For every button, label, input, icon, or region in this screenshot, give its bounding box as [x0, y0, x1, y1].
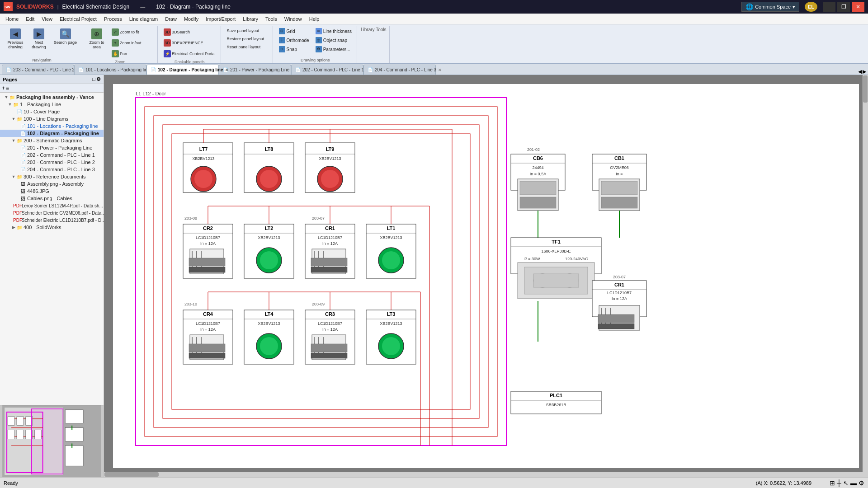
ortho-toggle-icon[interactable]: ┼	[837, 479, 841, 487]
menu-process[interactable]: Process	[100, 15, 126, 23]
tree-d1[interactable]: 🖼 Assembly.png - Assembly	[0, 180, 104, 188]
parameters-button[interactable]: ⚙ Parameters...	[313, 45, 354, 53]
tree-p1[interactable]: ▼ 📁 1 - Packaging Line	[0, 101, 104, 108]
pan-button[interactable]: ✋ Pan	[109, 49, 155, 59]
select-mode-icon[interactable]: ↖	[843, 479, 849, 487]
3dexperience-icon: 3D	[164, 39, 171, 47]
tree-p201[interactable]: 📄 201 - Power - Packaging Line	[0, 144, 104, 151]
close-button[interactable]: ✕	[852, 2, 864, 12]
svg-text:SW: SW	[5, 5, 10, 9]
zoom-in-out-button[interactable]: ± Zoom in/out	[109, 38, 155, 48]
tab-204-icon: 📄	[368, 67, 373, 72]
tree-root[interactable]: ▼ 📁 Packaging line assembly - Vance	[0, 94, 104, 101]
tree-p400[interactable]: ▶ 📁 400 - SolidWorks	[0, 224, 104, 231]
image-icon: 🖼	[20, 181, 26, 187]
snap-button[interactable]: ⊙ Snap	[277, 45, 311, 53]
svg-rect-79	[311, 267, 347, 272]
menu-tools[interactable]: Tools	[262, 15, 281, 23]
svg-text:P = 30W: P = 30W	[524, 257, 540, 261]
tree-d6[interactable]: PDF Schneider Electric LC1D1210B7.pdf - …	[0, 216, 104, 224]
tree-d3[interactable]: 🖼 Cables.png - Cables	[0, 195, 104, 202]
menu-library[interactable]: Library	[239, 15, 262, 23]
tree-p300[interactable]: ▼ 📁 300 - Reference Documents	[0, 173, 104, 180]
tree-p203[interactable]: 📄 203 - Command - PLC - Line 2	[0, 159, 104, 166]
search-page-button[interactable]: 🔍 Search page	[52, 27, 79, 46]
menu-import-export[interactable]: Import/Export	[202, 15, 239, 23]
menu-draw[interactable]: Draw	[161, 15, 180, 23]
minimize-button[interactable]: —	[823, 2, 835, 12]
tab-203[interactable]: 📄 203 - Command - PLC - Line 2 ✕	[2, 65, 74, 75]
view-toggle-icon[interactable]: ▬	[850, 479, 857, 487]
tab-101[interactable]: 📄 101 - Locations - Packaging line ✕	[74, 65, 146, 75]
tab-scroll-right[interactable]: ▶	[863, 69, 866, 75]
tree-p200[interactable]: ▼ 📁 200 - Schematic Diagrams	[0, 137, 104, 144]
tab-202-label: 202 - Command - PLC - Line 1	[302, 67, 364, 72]
svg-text:XB2BV1213: XB2BV1213	[258, 321, 280, 326]
horizontal-scrollbar[interactable]	[104, 472, 863, 477]
user-avatar[interactable]: EL	[805, 2, 817, 12]
3dsearch-button[interactable]: 3D 3DSearch	[161, 27, 218, 37]
save-panel-layout-button[interactable]: Save panel layout	[225, 27, 270, 34]
menu-line-diagram[interactable]: Line diagram	[126, 15, 162, 23]
ribbon-navigation-content: ◀ Previousdrawing ▶ Nextdrawing 🔍 Search…	[5, 27, 79, 57]
reset-panel-layout-button[interactable]: Reset panel layout	[225, 43, 270, 51]
ribbon: ◀ Previousdrawing ▶ Nextdrawing 🔍 Search…	[0, 24, 868, 64]
tree-p204[interactable]: 📄 204 - Command - PLC - Line 3	[0, 166, 104, 173]
add-page-button[interactable]: +	[2, 85, 5, 91]
zoom-area-icon: ⊕	[91, 28, 102, 39]
orthomode-icon: ┼	[279, 37, 285, 43]
object-snap-button[interactable]: ◎ Object snap	[313, 36, 354, 44]
status-bar-controls: ⊞ ┼ ↖ ▬ ⚙	[830, 479, 864, 487]
page-list-icon[interactable]: ≡	[6, 85, 9, 91]
svg-rect-150	[601, 197, 637, 208]
tree-p202[interactable]: 📄 202 - Command - PLC - Line 1	[0, 151, 104, 159]
title-bar: SW SOLIDWORKS | Electrical Schematic Des…	[0, 0, 868, 14]
page-icon: 📄	[20, 166, 26, 173]
tab-204-close[interactable]: ✕	[438, 68, 442, 72]
tree-d4[interactable]: PDF Leroy Somer LS112M-4P.pdf - Data sh.…	[0, 202, 104, 209]
folder-icon: 📁	[16, 174, 23, 180]
menu-help[interactable]: Help	[306, 15, 323, 23]
zoom-to-area-button[interactable]: ⊕ Zoom toarea	[86, 27, 108, 51]
tree-d5[interactable]: PDF Schneider Electric GV2ME06.pdf - Dat…	[0, 209, 104, 216]
svg-text:L1 L12 - Door: L1 L12 - Door	[136, 91, 166, 96]
tab-scroll-left[interactable]: ◀	[858, 69, 862, 75]
menu-view[interactable]: View	[38, 15, 56, 23]
orthomode-button[interactable]: ┼ Orthomode	[277, 36, 311, 44]
menu-home[interactable]: Home	[2, 15, 22, 23]
settings-icon[interactable]: ⚙	[859, 479, 864, 487]
tab-204[interactable]: 📄 204 - Command - PLC - Line 3 ✕	[363, 65, 436, 75]
electrical-content-portal-button[interactable]: ⚡ Electrical Content Portal	[161, 49, 218, 59]
tab-101-icon: 📄	[78, 67, 84, 72]
tab-202[interactable]: 📄 202 - Command - PLC - Line 1 ✕	[291, 65, 363, 75]
tab-102[interactable]: 📄 102 - Diagram - Packaging line ✕	[146, 65, 219, 75]
tab-controls: ◀ ▶	[858, 69, 868, 75]
pages-expand-icon[interactable]: □	[92, 76, 95, 82]
menu-edit[interactable]: Edit	[22, 15, 38, 23]
tab-201[interactable]: 📄 201 - Power - Packaging Line ✕	[219, 65, 291, 75]
vertical-scrollbar[interactable]	[863, 75, 868, 477]
tab-102-close[interactable]: ✕	[225, 68, 229, 72]
tree-p100[interactable]: ▼ 📁 100 - Line Diagrams	[0, 115, 104, 122]
title-bar-left: SW SOLIDWORKS | Electrical Schematic Des…	[4, 2, 231, 12]
restore-panel-layout-button[interactable]: Restore panel layout	[225, 35, 270, 42]
line-thickness-button[interactable]: ═ Line thickness	[313, 27, 354, 35]
canvas-area[interactable]: L1 L12 - Door LT7 XB2BV1213	[104, 75, 868, 477]
common-space-button[interactable]: 🌐 Common Space ▾	[741, 2, 799, 12]
menu-modify[interactable]: Modify	[180, 15, 202, 23]
tree-p10[interactable]: 📄 10 - Cover Page	[0, 108, 104, 115]
tree-d2[interactable]: 🖼 4486.JPG	[0, 188, 104, 195]
next-drawing-button[interactable]: ▶ Nextdrawing	[28, 27, 50, 51]
pages-settings-icon[interactable]: ⚙	[96, 76, 101, 82]
tree-p102[interactable]: 📄 102 - Diagram - Packaging line	[0, 130, 104, 137]
tree-p101[interactable]: 📄 101 - Locations - Packaging line	[0, 122, 104, 130]
menu-electrical-project[interactable]: Electrical Project	[56, 15, 100, 23]
grid-button[interactable]: ⊞ Grid	[277, 27, 311, 35]
zoom-to-fit-button[interactable]: ⤢ Zoom to fit	[109, 27, 155, 37]
restore-button[interactable]: ❐	[837, 2, 850, 12]
previous-drawing-button[interactable]: ◀ Previousdrawing	[5, 27, 26, 51]
grid-toggle-icon[interactable]: ⊞	[830, 479, 835, 487]
svg-rect-174	[598, 314, 634, 323]
menu-window[interactable]: Window	[281, 15, 306, 23]
3dexperience-button[interactable]: 3D 3DEXPERIENCE	[161, 38, 218, 48]
